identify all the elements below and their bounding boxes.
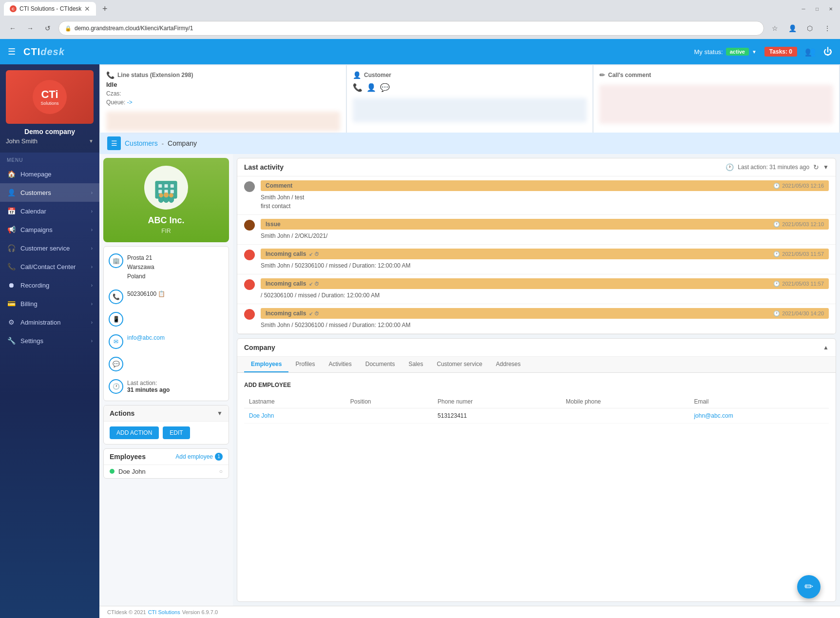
company-address: Prosta 21 Warszawa Poland [127,253,154,282]
add-action-button[interactable]: ADD ACTION [110,426,159,439]
tab-employees[interactable]: Employees [244,357,288,372]
tab-activities[interactable]: Activities [322,357,358,372]
logo-desk: desk [40,46,65,57]
team-icon[interactable]: 👥 [805,46,816,57]
tab-title: CTI Solutions - CTIdesk [19,5,81,12]
mobile-icon: 📱 [109,312,123,327]
queue-row: Queue: -> [106,99,340,106]
company-info-card: 🏢 Prosta 21 Warszawa Poland 📞 502306100 [103,246,229,401]
forward-button[interactable]: → [23,21,37,35]
status-dropdown-arrow[interactable]: ▼ [752,49,757,55]
employee-email-link[interactable]: john@abc.com [694,412,733,419]
bookmark-icon[interactable]: ☆ [768,21,782,35]
reload-button[interactable]: ↺ [41,21,55,35]
tab-documents[interactable]: Documents [359,357,402,372]
footer-company-link[interactable]: CTI Solutions [148,609,180,615]
sidebar-user-row[interactable]: John Smith ▼ [6,135,94,147]
call-2-bar-title: Incoming calls ↙ ⏱ [266,280,319,287]
activity-item-call-1: Incoming calls ↙ ⏱ 🕐 2021/05/03 11:57 [237,245,836,274]
svg-rect-6 [171,190,174,193]
menu-icon[interactable]: ⋮ [821,21,834,35]
sidebar-item-administration[interactable]: ⚙ Administration › [0,313,99,331]
hamburger-menu-icon[interactable]: ☰ [8,46,16,57]
call-1-date-icon: 🕐 [773,251,780,257]
minimize-button[interactable]: ─ [798,3,809,14]
company-section-collapse-icon: ▲ [823,344,829,351]
activity-content-call-2: Incoming calls ↙ ⏱ 🕐 2021/05/03 11:57 [261,278,829,300]
customer-service-icon: 🎧 [7,244,16,252]
actions-section: Actions ▼ ADD ACTION EDIT [103,405,229,444]
employees-tab-content: ADD EMPLOYEE Lastname Position Phone num… [237,373,836,601]
comment-bar-date: 🕐 2021/05/03 12:16 [773,183,824,189]
sidebar-item-settings[interactable]: 🔧 Settings › [0,331,99,350]
edit-button[interactable]: EDIT [163,426,190,439]
employee-options-icon[interactable]: ○ [219,468,223,475]
tab-sales[interactable]: Sales [401,357,430,372]
sidebar-item-calendar[interactable]: 📅 Calendar › [0,202,99,220]
tab-profiles[interactable]: Profiles [288,357,322,372]
sidebar-item-label-calendar: Calendar [20,208,86,215]
sidebar-item-recording[interactable]: ⏺ Recording › [0,276,99,294]
company-section-header[interactable]: Company ▲ [237,339,836,357]
activity-content-comment: Comment 🕐 2021/05/03 12:16 Smith John / … [261,180,829,211]
new-tab-button[interactable]: + [98,2,112,16]
breadcrumb-current: Company [168,139,197,147]
activity-content-call-3: Incoming calls ↙ ⏱ 🕐 2021/04/30 14:20 [261,308,829,329]
queue-link[interactable]: -> [127,99,133,106]
employee-list-item[interactable]: Doe John ○ [104,464,229,478]
employees-left-header: Employees Add employee 1 [104,449,229,464]
svg-rect-4 [158,190,162,193]
customer-panel: 👤 Customer 📞 👤 💬 [347,65,592,137]
extensions-icon[interactable]: ⬡ [803,21,817,35]
fab-button[interactable]: ✏ [797,575,821,599]
sidebar-item-campaigns[interactable]: 📢 Campaigns › [0,220,99,239]
company-phone: 502306100 📋 [127,290,165,299]
sidebar-item-homepage[interactable]: 🏠 Homepage [0,165,99,183]
add-employee-link[interactable]: Add employee 1 [175,453,223,461]
sidebar-item-billing[interactable]: 💳 Billing › [0,294,99,313]
actions-header[interactable]: Actions ▼ [104,406,229,422]
app-logo: CTIdesk [23,46,65,58]
company-email-link[interactable]: info@abc.com [127,334,165,341]
employee-status-dot [110,469,115,474]
activity-refresh-icon[interactable]: ↻ [813,163,819,171]
tab-addresses[interactable]: Addreses [489,357,528,372]
info-bar: 📞 Line status (Extension 298) Idle Czas:… [99,64,840,133]
issue-bar-date: 🕐 2021/05/03 12:10 [773,221,824,228]
footer-version: Version 6.9.7.0 [182,609,218,615]
phone-header-icon: 📞 [106,71,115,79]
employees-table: Lastname Position Phone numer Mobile pho… [244,395,829,424]
sidebar-company-name: Demo company [6,128,94,135]
maximize-button[interactable]: □ [812,3,822,14]
breadcrumb-link[interactable]: Customers [125,139,158,147]
close-button[interactable]: ✕ [825,3,836,14]
profile-icon[interactable]: 👤 [785,21,799,35]
browser-tab[interactable]: C CTI Solutions - CTIdesk ✕ [4,2,96,16]
last-action-value: 31 minutes ago [127,386,170,393]
back-button[interactable]: ← [6,21,19,35]
phone-options-icon[interactable]: 📋 [158,290,165,297]
activity-bar-issue: Issue 🕐 2021/05/03 12:10 [261,219,829,230]
employee-lastname-link[interactable]: Doe John [249,412,274,419]
status-badge[interactable]: active [726,48,749,56]
activity-expand-icon[interactable]: ▼ [823,164,829,171]
power-icon[interactable]: ⏻ [823,47,832,57]
activity-bar-call-1: Incoming calls ↙ ⏱ 🕐 2021/05/03 11:57 [261,249,829,259]
sidebar-item-call-center[interactable]: 📞 Call/Contact Center › [0,257,99,276]
url-bar[interactable]: 🔒 demo.grandstream.cloud/Klienci/KartaFi… [58,21,764,36]
window-controls: ─ □ ✕ [798,3,836,14]
call-3-text: Smith John / 502306100 / missed / Durati… [261,321,829,329]
sidebar-item-customer-service[interactable]: 🎧 Customer service › [0,239,99,257]
breadcrumb-bar: ☰ Customers - Company [99,133,840,154]
sidebar-item-label-administration: Administration [20,319,86,326]
tasks-badge[interactable]: Tasks: 0 [764,47,797,57]
issue-date-icon: 🕐 [773,221,780,228]
comment-bar-title: Comment [266,182,292,189]
activity-dot-call-1 [244,250,255,260]
add-employee-btn[interactable]: ADD EMPLOYEE [244,379,829,391]
sidebar-item-customers[interactable]: 👤 Customers › [0,183,99,202]
company-avatar-svg [149,171,183,205]
tab-close-button[interactable]: ✕ [84,5,90,13]
tab-customer-service[interactable]: Customer service [430,357,489,372]
activity-content-issue: Issue 🕐 2021/05/03 12:10 Smith John / 2/… [261,219,829,240]
